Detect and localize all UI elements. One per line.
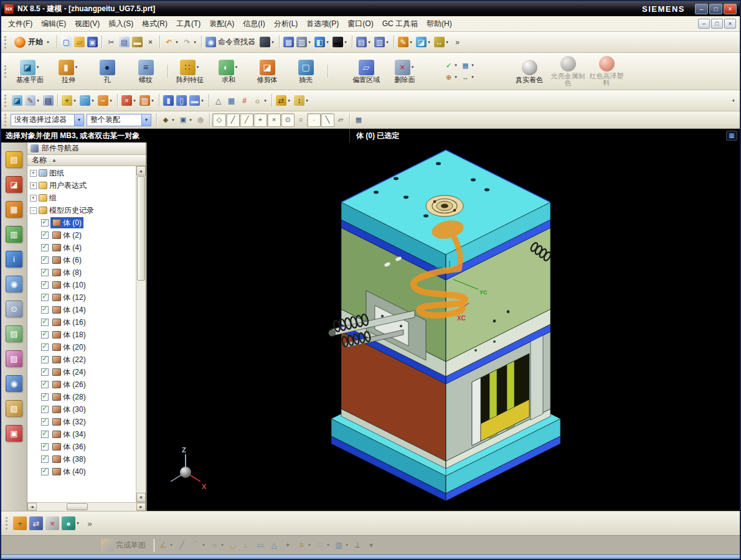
red-glossy-plastic-button[interactable]: 红色高泽塑料 — [587, 55, 626, 88]
feature-checkbox[interactable] — [41, 356, 49, 363]
dropdown-arrow-icon[interactable] — [141, 114, 151, 126]
feature-checkbox[interactable] — [41, 368, 49, 376]
child-restore-button[interactable] — [711, 19, 723, 29]
toolbar-options-icon[interactable] — [732, 98, 737, 103]
feature-checkbox[interactable] — [41, 281, 49, 289]
feature-checkbox[interactable] — [41, 431, 49, 438]
tree-node-body[interactable]: 体 (32) — [27, 416, 136, 428]
tree-expander[interactable]: + — [30, 182, 37, 189]
tree-node[interactable]: + 用户表达式 — [27, 179, 136, 192]
feature-checkbox[interactable] — [41, 343, 49, 351]
menu-item[interactable]: 编辑(E) — [37, 16, 70, 32]
scroll-right-icon[interactable] — [136, 503, 146, 511]
toolbar-grip[interactable] — [4, 95, 8, 107]
hd3d-tool-icon[interactable]: i — [6, 251, 22, 268]
child-minimize-button[interactable] — [698, 19, 710, 29]
feature-checkbox[interactable] — [41, 418, 49, 426]
prompt-options-icon[interactable] — [726, 131, 737, 141]
child-close-button[interactable] — [724, 19, 736, 29]
tree-node-body[interactable]: 体 (10) — [27, 279, 136, 291]
history-icon[interactable]: ⊙ — [6, 301, 22, 317]
constraint-navigator-icon[interactable]: ◪ — [6, 176, 22, 193]
tree-node-body[interactable]: 体 (12) — [27, 291, 136, 304]
selection-scope-combo[interactable]: 整个装配 — [87, 114, 151, 126]
toolbar-grip[interactable] — [4, 65, 8, 78]
tree-node-body[interactable]: 体 (8) — [27, 266, 136, 279]
shiny-metal-shading-button[interactable]: 光亮金属制色 — [549, 55, 587, 88]
graphics-window[interactable]: ZC YC XC Z X — [147, 142, 740, 511]
menu-item[interactable]: 插入(S) — [104, 16, 138, 32]
feature-checkbox[interactable] — [41, 381, 49, 388]
menu-item[interactable]: 格式(R) — [138, 16, 172, 32]
tree-expander[interactable]: - — [30, 207, 37, 214]
column-header-name[interactable]: 名称 — [27, 155, 146, 166]
minimize-button[interactable] — [695, 4, 708, 14]
finish-sketch-icon[interactable] — [101, 539, 113, 551]
toolbar-grip[interactable] — [4, 114, 8, 126]
wcs-dynamics-icon[interactable]: ⊕ — [443, 72, 460, 83]
menu-item[interactable]: 窗口(O) — [343, 16, 377, 32]
tree-node-body[interactable]: 体 (30) — [27, 403, 136, 416]
tree-node-body[interactable]: 体 (18) — [27, 329, 136, 341]
menu-item[interactable]: 工具(T) — [172, 16, 205, 32]
dropdown-arrow-icon[interactable] — [74, 114, 83, 126]
menu-item[interactable]: 装配(A) — [205, 16, 238, 32]
part-navigator-icon[interactable]: ▦ — [6, 201, 22, 218]
menu-item[interactable]: 帮助(H) — [422, 16, 456, 32]
tree-node-body[interactable]: 体 (16) — [27, 316, 136, 329]
roles-icon[interactable]: ◉ — [6, 375, 22, 392]
tree-node-body[interactable]: 体 (2) — [27, 229, 136, 241]
feature-checkbox[interactable] — [41, 219, 49, 226]
tree-node-body[interactable]: 体 (4) — [27, 241, 136, 254]
close-button[interactable] — [724, 4, 737, 14]
measure-distance-icon[interactable]: ↔ — [460, 72, 476, 83]
selection-filter-combo[interactable]: 没有选择过滤器 — [11, 114, 84, 126]
start-button[interactable]: 开始 — [11, 35, 54, 49]
scroll-down-icon[interactable] — [136, 493, 146, 502]
feature-checkbox[interactable] — [41, 294, 49, 301]
feature-checkbox[interactable] — [41, 331, 49, 338]
feature-checkbox[interactable] — [41, 455, 49, 463]
scene-icon[interactable]: ▧ — [6, 400, 22, 417]
menu-item[interactable]: 分析(L) — [270, 16, 303, 32]
feature-checkbox[interactable] — [41, 393, 49, 401]
feature-checkbox[interactable] — [41, 306, 49, 314]
menu-item[interactable]: 首选项(P) — [302, 16, 343, 32]
menu-item[interactable]: 信息(I) — [238, 16, 269, 32]
reuse-library-icon[interactable]: ▥ — [6, 226, 22, 243]
maximize-button[interactable] — [709, 4, 722, 14]
tree-node[interactable]: + 组 — [27, 192, 136, 204]
menu-item[interactable]: 文件(F) — [4, 16, 37, 32]
feature-checkbox[interactable] — [41, 319, 49, 326]
view-triad[interactable]: Z X — [171, 446, 207, 490]
feature-checkbox[interactable] — [41, 406, 49, 413]
scroll-left-icon[interactable] — [27, 503, 37, 511]
tree-node-body[interactable]: 体 (40) — [27, 465, 136, 478]
tree-node-body[interactable]: 体 (14) — [27, 304, 136, 316]
tree-node-body[interactable]: 体 (24) — [27, 366, 136, 378]
feature-checkbox[interactable] — [41, 256, 49, 264]
feature-checkbox[interactable] — [41, 443, 49, 450]
tree-expander[interactable]: + — [30, 170, 37, 177]
process-studio-icon[interactable]: ▤ — [6, 325, 22, 342]
web-browser-icon[interactable]: ◉ — [6, 276, 22, 292]
title-bar[interactable]: NX NX 8.5 - 建模 - [zhuangpeitu_UG7.5.prt]… — [1, 1, 740, 16]
menu-item[interactable]: 视图(V) — [70, 16, 104, 32]
tree-node-body[interactable]: 体 (28) — [27, 391, 136, 403]
spreadsheet-icon[interactable]: ▦ — [460, 60, 476, 72]
tree-node-body[interactable]: 体 (36) — [27, 441, 136, 453]
tree-node-body[interactable]: 体 (0) — [27, 217, 136, 229]
horizontal-scrollbar[interactable] — [27, 502, 146, 511]
feature-checkbox[interactable] — [41, 468, 49, 475]
feature-checkbox[interactable] — [41, 269, 49, 276]
tree-node-body[interactable]: 体 (20) — [27, 341, 136, 353]
tree-expander[interactable]: + — [30, 195, 37, 202]
toolbar-grip[interactable] — [4, 36, 8, 49]
scrollbar-thumb[interactable] — [137, 176, 145, 281]
feature-checkbox[interactable] — [41, 231, 49, 239]
tree-node-body[interactable]: 体 (26) — [27, 378, 136, 391]
scroll-up-icon[interactable] — [136, 166, 146, 175]
menu-item[interactable]: GC 工具箱 — [378, 16, 422, 32]
tree-node[interactable]: - 模型历史记录 — [27, 204, 136, 217]
touch-icon[interactable]: ▣ — [6, 425, 22, 442]
